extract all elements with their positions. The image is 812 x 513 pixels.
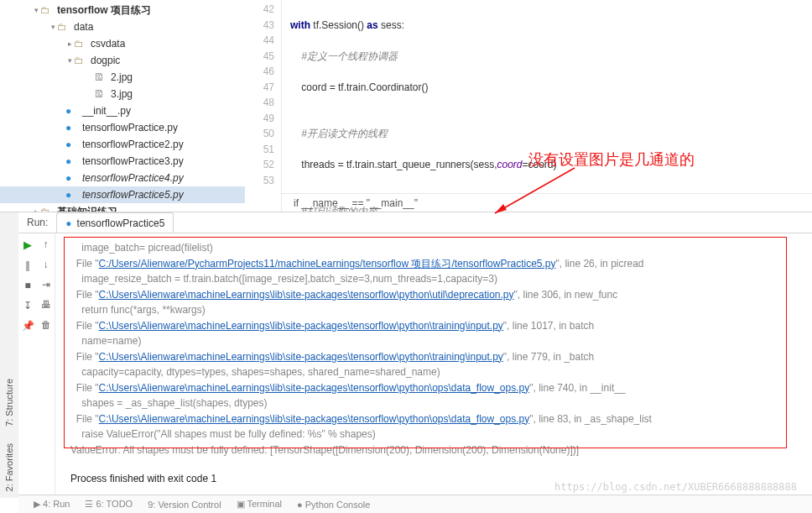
run-tab-bar: Run: ●tensorflowPractice5 xyxy=(18,212,812,233)
line-gutter: 424344454647484950515253 xyxy=(245,0,282,212)
run-output[interactable]: image_batch= picread(filelist) File "C:/… xyxy=(55,233,812,498)
tree-file-py[interactable]: ●__init__.py xyxy=(0,102,245,119)
tab-structure[interactable]: 7: Structure xyxy=(4,379,14,427)
tree-file-py[interactable]: ●tensorflowPractice3.py xyxy=(0,153,245,170)
pause-icon[interactable]: ‖ xyxy=(25,259,30,271)
code-body[interactable]: with tf.Session() as sess: #定义一个线程协调器 co… xyxy=(282,0,812,212)
status-terminal[interactable]: ▣ Terminal xyxy=(237,499,282,510)
run-tab[interactable]: ●tensorflowPractice5 xyxy=(56,212,174,233)
tab-favorites[interactable]: 2: Favorites xyxy=(4,443,14,491)
up-icon[interactable]: ↑ xyxy=(44,238,49,250)
tree-file-py[interactable]: ●tensorflowPractice4.py xyxy=(0,170,245,186)
annotation-text: 没有设置图片是几通道的 xyxy=(528,149,695,170)
down-icon[interactable]: ↧ xyxy=(23,300,32,311)
traceback-link[interactable]: C:\Users\Alienware\machineLearnings\lib\… xyxy=(99,413,530,425)
status-run[interactable]: ▶ 4: Run xyxy=(34,499,70,510)
project-tree[interactable]: ▾🗀tensorflow 项目练习 ▾🗀data ▸🗀csvdata ▾🗀dog… xyxy=(0,0,245,212)
tree-folder-csvdata[interactable]: ▸🗀csvdata xyxy=(0,35,245,52)
run-toolbar-2[interactable]: ↑ ↓ ⇥ 🖶 🗑 xyxy=(37,233,55,498)
traceback-link[interactable]: C:\Users\Alienware\machineLearnings\lib\… xyxy=(99,382,530,394)
traceback-link[interactable]: C:\Users\Alienware\machineLearnings\lib\… xyxy=(99,320,503,332)
traceback-link[interactable]: C:\Users\Alienware\machineLearnings\lib\… xyxy=(99,289,514,301)
stop-icon[interactable]: ■ xyxy=(24,280,30,291)
pin-icon[interactable]: 📌 xyxy=(22,320,34,332)
traceback-link[interactable]: C:\Users\Alienware\machineLearnings\lib\… xyxy=(99,351,503,363)
tree-file-py-selected[interactable]: ●tensorflowPractice5.py xyxy=(0,186,245,203)
wrap-icon[interactable]: ⇥ xyxy=(42,279,50,291)
run-label: Run: xyxy=(18,217,56,228)
tree-folder[interactable]: ▸🗀基础知识练习 xyxy=(0,203,245,212)
tree-file[interactable]: 🖻3.jpg xyxy=(0,86,245,102)
status-bar[interactable]: ▶ 4: Run ☰ 6: TODO 9: Version Control ▣ … xyxy=(18,495,812,513)
tree-folder-root[interactable]: ▾🗀tensorflow 项目练习 xyxy=(0,2,245,18)
status-vcs[interactable]: 9: Version Control xyxy=(148,500,221,510)
tree-file-py[interactable]: ●tensorflowPractice2.py xyxy=(0,136,245,153)
python-icon: ● xyxy=(65,217,71,229)
status-console[interactable]: ● Python Console xyxy=(297,500,370,510)
tree-file[interactable]: 🖻2.jpg xyxy=(0,69,245,86)
breadcrumb: if __name__ == "__main__" xyxy=(282,193,812,212)
tree-folder-data[interactable]: ▾🗀data xyxy=(0,18,245,35)
trash-icon[interactable]: 🗑 xyxy=(41,319,51,331)
run-toolbar-1[interactable]: ▶ ‖ ■ ↧ 📌 xyxy=(18,233,37,498)
traceback-link[interactable]: C:/Users/Alienware/PycharmProjects11/mac… xyxy=(99,258,556,270)
status-todo[interactable]: ☰ 6: TODO xyxy=(85,499,133,510)
tree-folder-dogpic[interactable]: ▾🗀dogpic xyxy=(0,52,245,69)
down-arrow-icon[interactable]: ↓ xyxy=(44,259,49,270)
rerun-icon[interactable]: ▶ xyxy=(23,238,32,251)
print-icon[interactable]: 🖶 xyxy=(41,299,51,311)
tree-file-py[interactable]: ●tensorflowPractice.py xyxy=(0,119,245,136)
side-tool-tabs[interactable]: 7: Structure 2: Favorites xyxy=(0,212,18,498)
watermark: https://blog.csdn.net/XUBER6668888888888 xyxy=(554,481,797,493)
code-editor[interactable]: 424344454647484950515253 with tf.Session… xyxy=(245,0,812,212)
